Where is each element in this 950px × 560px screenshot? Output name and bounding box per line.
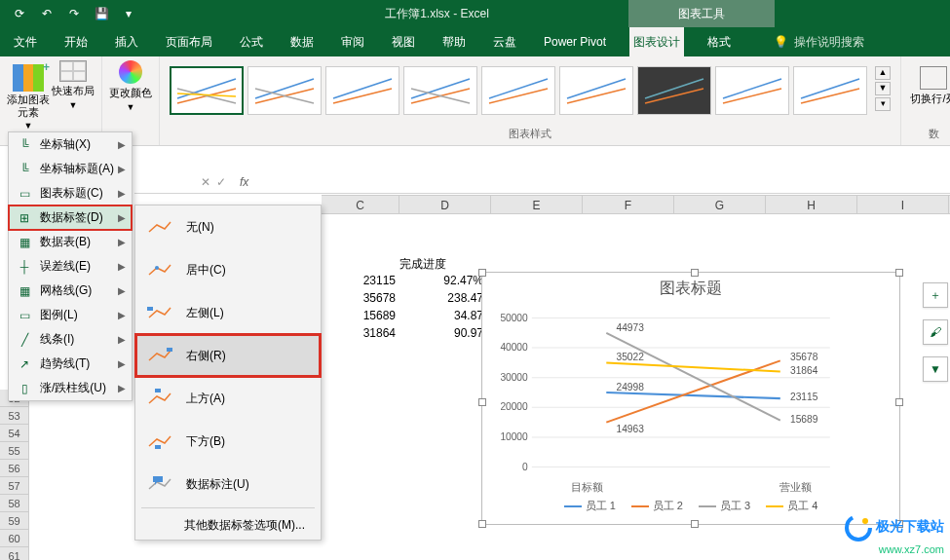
menu-error-bars[interactable]: ┼误差线(E)▶ [9,254,132,279]
menu-data-labels[interactable]: ⊞数据标签(D)▶ [9,205,132,230]
col-header[interactable]: E [491,196,583,213]
tab-formula[interactable]: 公式 [236,27,267,56]
row-header[interactable]: 55 [0,442,29,460]
change-colors-button[interactable]: 更改颜色 ▼ [108,60,153,112]
chart-legend[interactable]: 员工 1 员工 2 员工 3 员工 4 [482,495,899,517]
autosave-icon[interactable]: ⟳ [10,4,29,23]
menu-axis-titles[interactable]: ╚坐标轴标题(A)▶ [9,157,132,181]
tab-format[interactable]: 格式 [703,27,735,56]
chart-style-7[interactable] [637,66,711,115]
tab-chart-design[interactable]: 图表设计 [629,27,684,56]
svg-text:14963: 14963 [617,424,645,434]
menu-data-table[interactable]: ▦数据表(B)▶ [9,230,132,254]
tab-review[interactable]: 审阅 [337,27,368,56]
cell[interactable]: 23115 [322,274,399,291]
resize-handle[interactable] [895,398,903,406]
tab-help[interactable]: 帮助 [438,27,470,56]
row-header[interactable]: 59 [0,512,29,530]
submenu-above[interactable]: 上方(A) [135,377,321,420]
resize-handle[interactable] [478,520,486,528]
qat-more-icon[interactable]: ▾ [119,4,138,23]
resize-handle[interactable] [691,269,699,277]
styles-scroll-up[interactable]: ▲ [875,66,891,80]
cell[interactable]: 90.97 [399,326,487,344]
svg-text:0: 0 [522,462,528,472]
resize-handle[interactable] [895,269,903,277]
col-header[interactable]: G [674,196,766,213]
chart-filters-button[interactable]: ▼ [923,356,948,382]
resize-handle[interactable] [478,269,486,277]
cell[interactable]: 34.87 [399,309,487,326]
resize-handle[interactable] [691,520,699,528]
styles-scroll-down[interactable]: ▼ [875,82,891,95]
row-header[interactable]: 57 [0,477,29,495]
chart-styles-button[interactable]: 🖌 [923,319,948,345]
tell-me-search[interactable]: 💡 操作说明搜索 [774,34,864,51]
menu-trendline[interactable]: ↗趋势线(T)▶ [9,352,132,376]
cancel-formula-icon[interactable]: ✕ [201,175,210,189]
tab-file[interactable]: 文件 [10,27,41,56]
row-header[interactable]: 54 [0,425,29,442]
tab-home[interactable]: 开始 [60,27,92,56]
save-icon[interactable]: 💾 [92,4,111,23]
chart-plot-area[interactable]: 0 10000 20000 30000 40000 50000 24998 14… [492,305,890,480]
tab-power-pivot[interactable]: Power Pivot [540,27,610,56]
col-header[interactable]: F [583,196,674,213]
styles-more[interactable]: ▾ [875,97,891,111]
submenu-data-callout[interactable]: 数据标注(U) [135,463,321,505]
tab-data[interactable]: 数据 [286,27,318,56]
enter-formula-icon[interactable]: ✓ [216,175,226,189]
col-header[interactable]: C [322,196,399,213]
chart-title[interactable]: 图表标题 [482,273,899,305]
chart-style-8[interactable] [715,66,789,115]
cell[interactable]: 92.47% [399,274,487,291]
tab-view[interactable]: 视图 [388,27,419,56]
cell[interactable]: 238.47 [399,291,487,309]
cell[interactable]: 31864 [322,326,399,344]
cell[interactable]: 15689 [322,309,399,326]
add-chart-element-button[interactable]: 添加图表元素 ▼ [6,60,51,131]
chart-style-3[interactable] [325,66,399,115]
menu-updown-bars[interactable]: ▯涨/跌柱线(U)▶ [9,376,132,400]
embedded-chart[interactable]: 图表标题 0 10000 20000 30000 40000 50000 249… [481,272,900,525]
row-header[interactable]: 61 [0,547,29,560]
chart-style-1[interactable] [170,66,244,115]
menu-legend[interactable]: ▭图例(L)▶ [9,303,132,327]
submenu-more-options[interactable]: 其他数据标签选项(M)... [135,510,321,540]
row-header[interactable]: 56 [0,460,29,477]
series-line-4[interactable] [606,362,780,371]
submenu-below[interactable]: 下方(B) [135,420,321,463]
chart-style-9[interactable] [793,66,867,115]
quick-access-toolbar: ⟳ ↶ ↷ 💾 ▾ [0,4,138,23]
redo-icon[interactable]: ↷ [64,4,84,23]
col-header[interactable]: H [766,196,857,213]
fx-icon[interactable]: fx [234,175,248,189]
submenu-left[interactable]: 左侧(L) [135,291,321,334]
chart-style-5[interactable] [481,66,555,115]
menu-axes[interactable]: ╚坐标轴(X)▶ [9,132,132,157]
submenu-center[interactable]: 居中(C) [135,248,321,291]
menu-chart-title[interactable]: ▭图表标题(C)▶ [9,181,132,205]
switch-row-column-button[interactable]: 切换行/列 [907,60,950,106]
submenu-none[interactable]: 无(N) [135,205,321,248]
chart-elements-button[interactable]: ＋ [923,282,948,308]
chart-style-6[interactable] [559,66,633,115]
col-header[interactable]: I [857,196,949,213]
cell[interactable]: 35678 [322,291,399,309]
submenu-right[interactable]: 右侧(R) [135,334,321,377]
menu-lines[interactable]: ╱线条(I)▶ [9,327,132,352]
chart-style-2[interactable] [247,66,322,115]
row-header[interactable]: 58 [0,495,29,512]
row-header[interactable]: 53 [0,407,29,425]
resize-handle[interactable] [478,398,486,406]
menu-gridlines[interactable]: ▦网格线(G)▶ [9,279,132,303]
tab-cloud[interactable]: 云盘 [489,27,520,56]
row-header[interactable]: 60 [0,530,29,547]
undo-icon[interactable]: ↶ [37,4,57,23]
col-header[interactable]: D [399,196,491,213]
tab-insert[interactable]: 插入 [111,27,142,56]
quick-layout-button[interactable]: 快速布局 ▼ [51,60,95,110]
chart-style-4[interactable] [403,66,477,115]
series-line-1[interactable] [606,392,780,398]
tab-page-layout[interactable]: 页面布局 [162,27,216,56]
